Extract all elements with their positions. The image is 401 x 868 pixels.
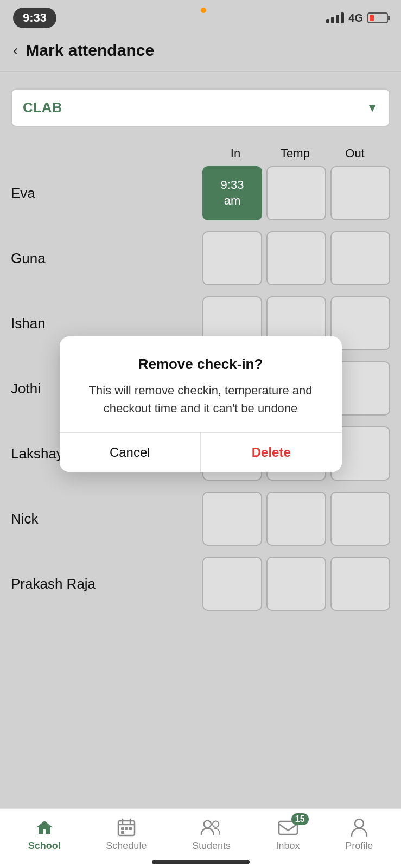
temp-cell[interactable] [266, 557, 326, 611]
class-dropdown[interactable]: CLAB ▼ [11, 88, 390, 127]
dropdown-value: CLAB [23, 99, 62, 116]
checkin-cell-filled[interactable]: 9:33am [202, 166, 262, 220]
checkin-cell[interactable] [202, 557, 262, 611]
header: ‹ Mark attendance [0, 33, 401, 71]
bottom-nav: School Schedule [0, 808, 401, 868]
checkin-cell[interactable] [202, 231, 262, 285]
modal-actions: Cancel Delete [60, 432, 342, 472]
modal-body: Remove check-in? This will remove checki… [60, 336, 342, 432]
nav-item-schedule[interactable]: Schedule [106, 818, 147, 852]
home-indicator [152, 860, 250, 864]
table-row: Prakash Raja [11, 557, 390, 611]
temp-cell[interactable] [266, 492, 326, 546]
nav-item-school[interactable]: School [28, 818, 61, 852]
students-icon [200, 818, 222, 837]
table-header: In Temp Out [11, 146, 390, 161]
inbox-icon: 15 [277, 818, 299, 837]
remove-checkin-dialog: Remove check-in? This will remove checki… [60, 336, 342, 472]
svg-point-9 [213, 821, 219, 827]
inbox-badge: 15 [291, 813, 309, 825]
nav-label-inbox: Inbox [276, 840, 300, 852]
student-name: Nick [11, 510, 202, 527]
status-time: 9:33 [13, 8, 56, 28]
signal-bar-1 [326, 19, 329, 23]
page-title: Mark attendance [26, 41, 154, 60]
nav-label-students: Students [192, 840, 231, 852]
back-button[interactable]: ‹ [13, 42, 18, 59]
svg-point-11 [355, 819, 364, 828]
col-header-temp: Temp [265, 146, 325, 161]
student-name: Guna [11, 250, 202, 267]
attendance-cells: 9:33am [202, 166, 390, 220]
nav-label-profile: Profile [345, 840, 373, 852]
battery-fill [370, 15, 374, 21]
chevron-down-icon: ▼ [366, 101, 378, 115]
svg-rect-6 [129, 827, 132, 830]
cancel-button[interactable]: Cancel [60, 433, 201, 472]
nav-label-schedule: Schedule [106, 840, 147, 852]
checkin-time: 9:33am [221, 177, 244, 208]
signal-bar-2 [331, 17, 334, 23]
calendar-icon [116, 818, 137, 837]
attendance-cells [202, 492, 390, 546]
modal-title: Remove check-in? [76, 356, 326, 373]
modal-message: This will remove checkin, temperature an… [76, 381, 326, 417]
svg-rect-4 [121, 827, 124, 830]
table-row: Nick [11, 492, 390, 546]
delete-button[interactable]: Delete [201, 433, 342, 472]
home-icon [34, 818, 55, 837]
out-cell[interactable] [330, 557, 390, 611]
svg-point-8 [204, 821, 211, 828]
student-name: Ishan [11, 315, 202, 332]
col-header-out: Out [325, 146, 385, 161]
table-row: Guna [11, 231, 390, 285]
network-label: 4G [348, 12, 363, 24]
temp-cell[interactable] [266, 166, 326, 220]
svg-rect-5 [125, 827, 128, 830]
student-name: Eva [11, 185, 202, 202]
nav-label-school: School [28, 840, 61, 852]
profile-icon [348, 818, 370, 837]
temp-cell[interactable] [266, 231, 326, 285]
student-name: Prakash Raja [11, 576, 202, 592]
status-right: 4G [326, 12, 388, 24]
out-cell[interactable] [330, 166, 390, 220]
battery [367, 12, 388, 23]
nav-item-inbox[interactable]: 15 Inbox [276, 818, 300, 852]
nav-item-students[interactable]: Students [192, 818, 231, 852]
checkin-cell[interactable] [202, 492, 262, 546]
signal-bars [326, 12, 344, 23]
out-cell[interactable] [330, 231, 390, 285]
status-bar: 9:33 4G [0, 0, 401, 33]
notification-dot [201, 8, 206, 13]
attendance-cells [202, 557, 390, 611]
table-row: Eva 9:33am [11, 166, 390, 220]
col-header-in: In [206, 146, 265, 161]
signal-bar-3 [336, 15, 339, 23]
svg-rect-7 [121, 831, 124, 834]
attendance-cells [202, 231, 390, 285]
signal-bar-4 [341, 12, 344, 23]
out-cell[interactable] [330, 492, 390, 546]
nav-item-profile[interactable]: Profile [345, 818, 373, 852]
